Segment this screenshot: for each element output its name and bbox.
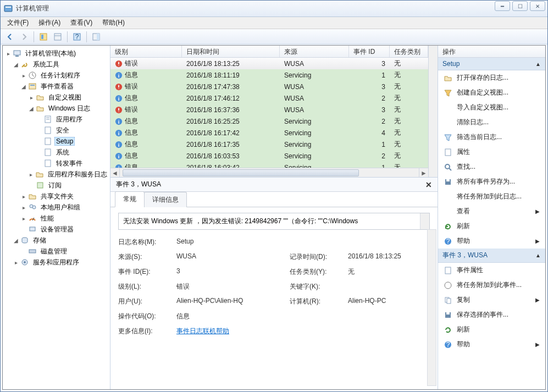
tree-performance[interactable]: ▸性能 xyxy=(19,213,109,224)
tab-details[interactable]: 详细信息 xyxy=(144,192,187,207)
tree-apps-services-logs[interactable]: ▸应用程序和服务日志 xyxy=(27,169,109,180)
subscription-icon xyxy=(36,181,45,190)
action-event-properties[interactable]: 事件属性 xyxy=(438,263,545,278)
tree-device-manager[interactable]: 设备管理器 xyxy=(19,224,109,235)
action-attach-task-event[interactable]: 将任务附加到此事件... xyxy=(438,278,545,292)
scroll-left-icon[interactable]: ◄ xyxy=(110,168,120,178)
action-help-2[interactable]: ?帮助▶ xyxy=(438,337,545,352)
action-save-all-events[interactable]: 将所有事件另存为... xyxy=(438,174,545,189)
menu-help[interactable]: 帮助(H) xyxy=(98,17,129,29)
event-row[interactable]: i信息2016/1/8 17:46:12WUSA2无 xyxy=(110,92,428,104)
event-row[interactable]: i信息2016/1/8 16:17:42Servicing4无 xyxy=(110,127,428,139)
action-refresh-2[interactable]: 刷新 xyxy=(438,322,545,337)
event-row[interactable]: i信息2016/1/8 16:17:35Servicing1无 xyxy=(110,139,428,150)
column-level[interactable]: 级别 xyxy=(110,46,182,57)
log-icon xyxy=(43,126,52,135)
expand-icon[interactable]: ▸ xyxy=(28,171,34,178)
tree-log-system[interactable]: 系统 xyxy=(35,147,109,158)
column-datetime[interactable]: 日期和时间 xyxy=(182,46,280,57)
tree-disk-mgmt[interactable]: 磁盘管理 xyxy=(19,246,109,257)
detail-scrollbar[interactable] xyxy=(427,229,436,386)
action-create-custom-view[interactable]: 创建自定义视图... xyxy=(438,85,545,100)
minimize-button[interactable]: ━ xyxy=(495,1,510,11)
collapse-icon[interactable]: ◢ xyxy=(20,83,27,90)
tree-log-application[interactable]: 应用程序 xyxy=(35,114,109,125)
tree-log-security[interactable]: 安全 xyxy=(35,125,109,136)
event-row[interactable]: i信息2016/1/8 16:03:53Servicing2无 xyxy=(110,150,428,162)
expand-icon[interactable]: ▸ xyxy=(28,94,35,101)
tab-general[interactable]: 常规 xyxy=(115,191,145,207)
tree-services-apps[interactable]: ▸服务和应用程序 xyxy=(12,257,109,268)
value-user: Alien-HQ-PC\Alien-HQ xyxy=(176,297,286,306)
nav-back-button[interactable] xyxy=(4,31,16,43)
column-source[interactable]: 来源 xyxy=(280,46,349,57)
actions-group-setup[interactable]: Setup▲ xyxy=(438,58,545,70)
collapse-icon[interactable]: ◢ xyxy=(13,61,19,68)
tree-label: 计算机管理(本地) xyxy=(24,48,78,59)
collapse-icon[interactable]: ◢ xyxy=(13,237,19,244)
expand-icon[interactable]: ▸ xyxy=(5,50,12,57)
action-help[interactable]: ?帮助▶ xyxy=(438,234,545,249)
menu-file[interactable]: 文件(F) xyxy=(3,17,33,29)
action-view[interactable]: 查看▶ xyxy=(438,204,545,219)
close-button[interactable]: ✕ xyxy=(530,1,545,11)
maximize-button[interactable]: ☐ xyxy=(512,1,528,11)
expand-icon[interactable]: ▸ xyxy=(20,204,27,211)
expand-icon[interactable]: ▸ xyxy=(20,72,27,79)
menu-view[interactable]: 查看(V) xyxy=(66,17,97,29)
event-row[interactable]: i信息2016/1/8 18:11:19Servicing1无 xyxy=(110,69,428,81)
show-hide-tree-button[interactable] xyxy=(37,31,49,43)
tree-storage[interactable]: ◢存储 xyxy=(12,235,109,246)
tree-windows-logs[interactable]: ◢Windows 日志 xyxy=(27,103,109,114)
expand-icon[interactable]: ▸ xyxy=(20,193,27,200)
menu-action[interactable]: 操作(A) xyxy=(34,17,65,29)
action-save-selected[interactable]: 保存选择的事件... xyxy=(438,307,545,322)
scroll-right-icon[interactable]: ► xyxy=(419,168,428,178)
tree-shared-folders[interactable]: ▸共享文件夹 xyxy=(19,191,109,202)
vertical-scrollbar[interactable] xyxy=(428,46,438,177)
column-event-id[interactable]: 事件 ID xyxy=(349,46,390,57)
more-info-link[interactable]: 事件日志联机帮助 xyxy=(176,327,229,335)
tree-subscriptions[interactable]: 订阅 xyxy=(27,180,109,191)
tree-log-forwarded[interactable]: 转发事件 xyxy=(35,158,109,169)
column-task-category[interactable]: 任务类别 xyxy=(390,46,428,57)
horizontal-scrollbar[interactable]: ◄ ► xyxy=(110,168,428,177)
properties-button[interactable] xyxy=(52,31,64,43)
action-properties[interactable]: 属性 xyxy=(438,145,545,159)
action-pane-button[interactable] xyxy=(90,31,102,43)
svg-point-30 xyxy=(24,261,26,263)
event-row[interactable]: 错误2016/1/8 18:13:25WUSA3无 xyxy=(110,58,428,69)
tree-task-scheduler[interactable]: ▸任务计划程序 xyxy=(19,70,109,81)
event-row[interactable]: i信息2016/1/8 16:03:42Servicing1无 xyxy=(110,162,428,168)
detail-close-button[interactable]: ✕ xyxy=(425,180,432,189)
event-row[interactable]: 错误2016/1/8 17:47:38WUSA3无 xyxy=(110,81,428,92)
tree-root[interactable]: ▸ 计算机管理(本地) xyxy=(4,48,109,59)
nav-forward-button[interactable] xyxy=(18,31,30,43)
svg-rect-9 xyxy=(97,34,99,40)
tree-system-tools[interactable]: ◢系统工具 xyxy=(12,59,109,70)
tree-custom-views[interactable]: ▸自定义视图 xyxy=(27,92,109,103)
tree-event-viewer[interactable]: ◢事件查看器 xyxy=(19,81,109,92)
action-find[interactable]: 查找... xyxy=(438,159,545,174)
console-tree[interactable]: ▸ 计算机管理(本地) ◢系统工具 ▸任务计划程序 ◢事件查看器 ▸自定义视图 xyxy=(3,46,110,389)
action-refresh[interactable]: 刷新 xyxy=(438,219,545,234)
action-attach-task-log[interactable]: 将任务附加到此日志... xyxy=(438,189,545,204)
action-filter-log[interactable]: 筛选当前日志... xyxy=(438,130,545,145)
action-clear-log[interactable]: 清除日志... xyxy=(438,115,545,130)
message-scrollbar[interactable] xyxy=(420,213,429,229)
collapse-icon[interactable]: ◢ xyxy=(28,105,35,112)
action-open-saved-log[interactable]: 打开保存的日志... xyxy=(438,70,545,85)
event-row[interactable]: i信息2016/1/8 16:25:25Servicing2无 xyxy=(110,115,428,127)
action-copy[interactable]: 复制▶ xyxy=(438,292,545,307)
expand-icon[interactable]: ▸ xyxy=(13,259,19,266)
scroll-thumb[interactable] xyxy=(123,169,359,176)
action-import-custom-view[interactable]: 导入自定义视图... xyxy=(438,100,545,115)
tree-log-setup[interactable]: Setup xyxy=(35,136,109,147)
event-list[interactable]: 错误2016/1/8 18:13:25WUSA3无i信息2016/1/8 18:… xyxy=(110,58,428,168)
help-button[interactable]: ? xyxy=(71,31,83,43)
expand-icon[interactable]: ▸ xyxy=(20,215,27,222)
chevron-right-icon: ▶ xyxy=(535,208,540,214)
event-row[interactable]: 错误2016/1/8 16:37:36WUSA3无 xyxy=(110,104,428,115)
actions-group-event[interactable]: 事件 3，WUSA▲ xyxy=(438,249,545,263)
tree-local-users[interactable]: ▸本地用户和组 xyxy=(19,202,109,213)
